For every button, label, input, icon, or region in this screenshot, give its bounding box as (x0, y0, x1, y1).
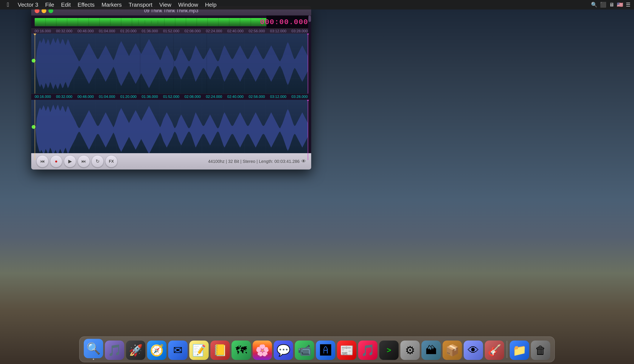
ruler-mark-12: 03:28.000 (291, 29, 308, 33)
fast-forward-button[interactable]: ⏭ (78, 155, 90, 167)
ch-ruler-3: 01:04.000 (99, 95, 115, 99)
dock-icon-trash[interactable]: 🗑 (531, 340, 550, 360)
dock-item-finder[interactable]: 🔍 (84, 339, 103, 360)
dock-item-capo[interactable]: 🎸 (485, 340, 504, 360)
waveform-svg-2 (31, 100, 311, 160)
time-display: 000:00.000 🔊 (266, 16, 309, 29)
dock-icon-contacts[interactable]: 📒 (210, 340, 230, 360)
ch-ruler-11: 03:12.000 (270, 95, 286, 99)
dock-icon-canister[interactable]: 📦 (443, 340, 462, 360)
menubar-transport[interactable]: Transport (125, 0, 156, 10)
dock-item-photos[interactable]: 🌸 (253, 340, 272, 360)
ruler-mark-3: 01:04.000 (99, 29, 115, 33)
eye-icon[interactable]: 👁 (301, 158, 306, 164)
ch-ruler-12: 03:28.000 (291, 95, 308, 99)
search-icon[interactable]: 🔍 (591, 2, 597, 8)
ruler-mark-9: 02:40.000 (227, 29, 243, 33)
dock-icon-notes[interactable]: 📝 (189, 340, 209, 360)
dock-item-rocket[interactable]: 🚀 (126, 340, 145, 360)
dock-icon-finder[interactable]: 🔍 (84, 339, 103, 358)
dock-item-facetime[interactable]: 📹 (295, 340, 314, 360)
dock-icon-camo[interactable]: 🏔 (421, 340, 441, 360)
dock-icon-syspref[interactable]: ⚙ (400, 340, 420, 360)
menubar-app-name[interactable]: Vector 3 (14, 0, 42, 10)
dock-icon-facetime[interactable]: 📹 (295, 340, 314, 360)
dock-icon-siri[interactable]: 🎵 (105, 340, 124, 360)
menu-icon[interactable]: ☰ (626, 2, 630, 8)
record-icon: ● (55, 158, 58, 164)
fast-forward-icon: ⏭ (81, 158, 86, 164)
dock-icon-photos[interactable]: 🌸 (253, 340, 272, 360)
channel-ruler-marks: 00:16.000 00:32.000 00:48.000 01:04.000 … (35, 95, 308, 99)
dock-icon-maps[interactable]: 🗺 (231, 340, 251, 360)
fx-button[interactable]: FX (105, 155, 117, 167)
control-icon[interactable]: ⬛ (600, 2, 606, 8)
play-icon: ▶ (68, 158, 72, 164)
loop-button[interactable]: ↻ (92, 155, 104, 167)
menubar-view[interactable]: View (156, 0, 175, 10)
menubar-file[interactable]: File (42, 0, 58, 10)
dock-item-trash[interactable]: 🗑 (531, 340, 550, 360)
dock-item-mail[interactable]: ✉ (168, 340, 188, 360)
fx-label: FX (109, 159, 114, 164)
menubar-help[interactable]: Help (202, 0, 220, 10)
dock-item-contacts[interactable]: 📒 (210, 340, 230, 360)
dock-item-safari[interactable]: 🧭 (147, 340, 166, 360)
dock-item-music[interactable]: 🎵 (358, 340, 378, 360)
right-marker-1 (308, 34, 308, 94)
dock-icon-music[interactable]: 🎵 (358, 340, 378, 360)
playhead-1 (35, 34, 35, 94)
dock-icon-appstore[interactable]: 🅰 (316, 340, 335, 360)
channel-1[interactable] (31, 34, 311, 94)
record-button[interactable]: ● (50, 155, 62, 167)
ruler-mark-4: 01:20.000 (120, 29, 137, 33)
display-icon[interactable]: 🖥 (609, 2, 614, 8)
playhead-2 (35, 100, 35, 160)
dock-item-canister[interactable]: 📦 (443, 340, 462, 360)
dock-item-files[interactable]: 📁 (510, 340, 529, 360)
dock-item-siri[interactable]: 🎵 (105, 340, 124, 360)
dock-icon-rocket[interactable]: 🚀 (126, 340, 145, 360)
menubar-window[interactable]: Window (175, 0, 201, 10)
dock-item-maps[interactable]: 🗺 (231, 340, 251, 360)
menubar-effects[interactable]: Effects (74, 0, 98, 10)
ch-ruler-0: 00:16.000 (35, 95, 51, 99)
overview-bar[interactable]: 000:00.000 🔊 (31, 16, 311, 29)
overview-waveform (35, 16, 268, 28)
v-scrollbar-thumb[interactable] (308, 16, 311, 22)
dock-item-notes[interactable]: 📝 (189, 340, 209, 360)
v-scrollbar[interactable] (308, 16, 311, 153)
dock-item-appstore[interactable]: 🅰 (316, 340, 335, 360)
dock-item-syspref[interactable]: ⚙ (400, 340, 420, 360)
play-button[interactable]: ▶ (64, 155, 76, 167)
dock-item-news[interactable]: 📰 (337, 340, 357, 360)
apple-menu[interactable]:  (4, 0, 13, 10)
rewind-button[interactable]: ⏮ (36, 155, 49, 167)
status-bar: 44100hz | 32 Bit | Stereo | Length: 00:0… (208, 158, 306, 164)
flag-icon[interactable]: 🇺🇸 (617, 2, 623, 8)
ruler-mark-10: 02:56.000 (249, 29, 265, 33)
right-marker-2 (308, 100, 308, 160)
dock-icon-messages[interactable]: 💬 (274, 340, 293, 360)
dock-icon-mail[interactable]: ✉ (168, 340, 188, 360)
ruler-mark-6: 01:52.000 (163, 29, 179, 33)
dock-icon-terminal[interactable]: > (379, 340, 399, 360)
channel-2[interactable] (31, 100, 311, 160)
dock-icon-news[interactable]: 📰 (337, 340, 357, 360)
ch-ruler-5: 01:36.000 (142, 95, 158, 99)
timeline-ruler: 00:16.000 00:32.000 00:48.000 01:04.000 … (31, 29, 311, 34)
dock-icon-preview[interactable]: 👁 (464, 340, 483, 360)
menubar-markers[interactable]: Markers (98, 0, 125, 10)
ruler-mark-11: 03:12.000 (270, 29, 286, 33)
dock-item-messages[interactable]: 💬 (274, 340, 293, 360)
ruler-mark-0: 00:16.000 (35, 29, 51, 33)
ruler-mark-7: 02:08.000 (185, 29, 201, 33)
menubar-edit[interactable]: Edit (58, 0, 74, 10)
ch-ruler-9: 02:40.000 (227, 95, 243, 99)
dock-item-camo[interactable]: 🏔 (421, 340, 441, 360)
dock-item-terminal[interactable]: > (379, 340, 399, 360)
dock-icon-files[interactable]: 📁 (510, 340, 529, 360)
dock-icon-safari[interactable]: 🧭 (147, 340, 166, 360)
dock-item-preview[interactable]: 👁 (464, 340, 483, 360)
dock-icon-capo[interactable]: 🎸 (485, 340, 504, 360)
